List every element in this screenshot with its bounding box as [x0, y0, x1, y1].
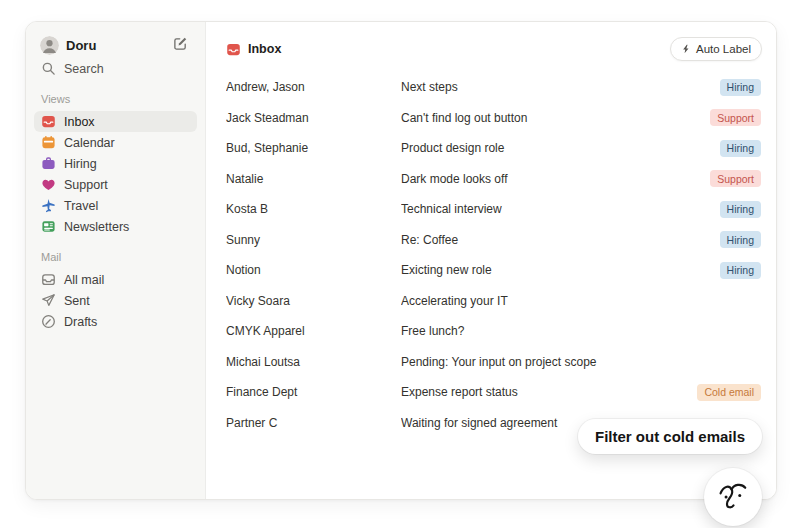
sidebar-item-label: Drafts: [64, 315, 97, 329]
sidebar-item-label: Inbox: [64, 115, 95, 129]
views-list: Inbox Calendar Hiring Support: [34, 111, 197, 237]
email-row[interactable]: Notion Exicting new role Hiring: [206, 255, 776, 286]
compose-icon: [173, 36, 188, 54]
sidebar-item-label: Hiring: [64, 157, 97, 171]
email-subject: Expense report status: [401, 385, 697, 399]
compose-button[interactable]: [169, 34, 191, 56]
search-icon: [41, 61, 56, 76]
inbox-icon: [226, 42, 241, 57]
email-subject: Product design role: [401, 141, 720, 155]
sidebar-item-label: Travel: [64, 199, 98, 213]
auto-label-button-label: Auto Label: [696, 43, 751, 55]
sidebar-item[interactable]: All mail: [34, 269, 197, 290]
section-label-mail: Mail: [34, 251, 197, 263]
section-label-views: Views: [34, 93, 197, 105]
email-list: Andrew, Jason Next steps Hiring Jack Ste…: [206, 72, 776, 438]
email-row[interactable]: Michai Loutsa Pending: Your input on pro…: [206, 347, 776, 378]
email-subject: Pending: Your input on project scope: [401, 355, 761, 369]
tray-icon: [41, 272, 56, 287]
email-tag-badge: Support: [710, 109, 761, 126]
email-sender: Finance Dept: [226, 385, 401, 399]
email-tag-badge: Support: [710, 170, 761, 187]
assistant-tooltip: Filter out cold emails: [578, 419, 762, 454]
email-sender: Partner C: [226, 416, 401, 430]
draft-icon: [41, 314, 56, 329]
face-icon: [717, 478, 749, 516]
email-subject: Free lunch?: [401, 324, 761, 338]
email-sender: Andrew, Jason: [226, 80, 401, 94]
plane-icon: [41, 198, 56, 213]
sidebar-item-label: Sent: [64, 294, 90, 308]
send-icon: [41, 293, 56, 308]
email-subject: Technical interview: [401, 202, 720, 216]
email-subject: Dark mode looks off: [401, 172, 710, 186]
email-row[interactable]: Kosta B Technical interview Hiring: [206, 194, 776, 225]
newsletter-icon: [41, 219, 56, 234]
email-sender: CMYK Apparel: [226, 324, 401, 338]
email-row[interactable]: Andrew, Jason Next steps Hiring: [206, 72, 776, 103]
page-title: Inbox: [248, 42, 281, 56]
sidebar-item[interactable]: Travel: [34, 195, 197, 216]
email-sender: Michai Loutsa: [226, 355, 401, 369]
assistant-button[interactable]: [704, 468, 762, 526]
email-sender: Kosta B: [226, 202, 401, 216]
email-row[interactable]: CMYK Apparel Free lunch?: [206, 316, 776, 347]
email-subject: Re: Coffee: [401, 233, 720, 247]
sidebar-item[interactable]: Newsletters: [34, 216, 197, 237]
email-tag-badge: Hiring: [720, 79, 761, 96]
sidebar-item-label: Newsletters: [64, 220, 129, 234]
sidebar-item[interactable]: Drafts: [34, 311, 197, 332]
sidebar-item[interactable]: Calendar: [34, 132, 197, 153]
inbox-header: Inbox Auto Label: [206, 22, 776, 62]
user-avatar: [40, 36, 59, 55]
workspace-switcher[interactable]: Doru: [34, 34, 197, 56]
email-subject: Exicting new role: [401, 263, 720, 277]
email-row[interactable]: Jack Steadman Can't find log out button …: [206, 103, 776, 134]
sidebar: Doru Search Views Inbox Calendar: [26, 22, 206, 499]
email-row[interactable]: Natalie Dark mode looks off Support: [206, 164, 776, 195]
email-row[interactable]: Finance Dept Expense report status Cold …: [206, 377, 776, 408]
email-row[interactable]: Vicky Soara Accelerating your IT: [206, 286, 776, 317]
search-button[interactable]: Search: [34, 58, 197, 79]
briefcase-icon: [41, 156, 56, 171]
sidebar-item[interactable]: Sent: [34, 290, 197, 311]
email-sender: Notion: [226, 263, 401, 277]
email-sender: Vicky Soara: [226, 294, 401, 308]
sidebar-item-label: Calendar: [64, 136, 115, 150]
email-tag-badge: Cold email: [697, 384, 761, 401]
heart-icon: [41, 177, 56, 192]
sidebar-item-label: All mail: [64, 273, 104, 287]
sidebar-item[interactable]: Hiring: [34, 153, 197, 174]
email-tag-badge: Hiring: [720, 140, 761, 157]
email-row[interactable]: Sunny Re: Coffee Hiring: [206, 225, 776, 256]
sidebar-item[interactable]: Support: [34, 174, 197, 195]
email-sender: Jack Steadman: [226, 111, 401, 125]
sidebar-item[interactable]: Inbox: [34, 111, 197, 132]
inbox-icon: [41, 114, 56, 129]
email-subject: Next steps: [401, 80, 720, 94]
email-tag-badge: Hiring: [720, 231, 761, 248]
email-tag-badge: Hiring: [720, 262, 761, 279]
email-sender: Bud, Stephanie: [226, 141, 401, 155]
mail-list: All mail Sent Drafts: [34, 269, 197, 332]
email-subject: Accelerating your IT: [401, 294, 761, 308]
email-tag-badge: Hiring: [720, 201, 761, 218]
calendar-icon: [41, 135, 56, 150]
email-row[interactable]: Bud, Stephanie Product design role Hirin…: [206, 133, 776, 164]
email-subject: Can't find log out button: [401, 111, 710, 125]
auto-label-button[interactable]: Auto Label: [670, 37, 762, 61]
email-sender: Natalie: [226, 172, 401, 186]
search-label: Search: [64, 62, 104, 76]
user-name: Doru: [66, 38, 162, 53]
zap-icon: [681, 44, 691, 54]
sidebar-item-label: Support: [64, 178, 108, 192]
email-sender: Sunny: [226, 233, 401, 247]
